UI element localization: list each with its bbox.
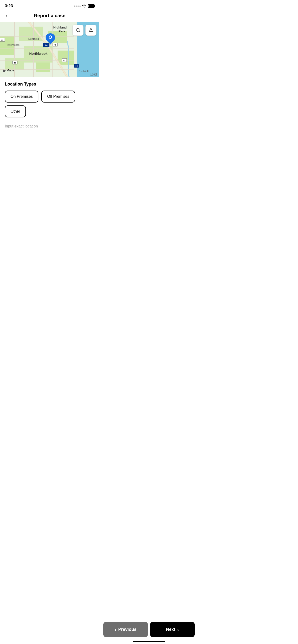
status-bar: 3:23	[0, 0, 99, 10]
svg-point-36	[49, 36, 51, 38]
location-input-placeholder: Input exact location	[5, 124, 95, 128]
map-legal-link[interactable]: Legal	[90, 72, 97, 76]
location-type-buttons: On Premises Off Premises Other	[5, 90, 95, 118]
svg-text:Northbrook: Northbrook	[29, 52, 48, 56]
map-container[interactable]: 94 68 43 94 21 41 Highland Park Deerfiel…	[0, 22, 99, 77]
location-types-title: Location Types	[5, 82, 95, 87]
page-header: ← Report a case	[0, 10, 99, 22]
svg-rect-6	[58, 50, 74, 65]
svg-text:94: 94	[76, 65, 78, 67]
map-search-button[interactable]	[72, 25, 83, 36]
signal-icon	[74, 6, 81, 7]
status-time: 3:23	[5, 4, 13, 8]
svg-text:Highland: Highland	[53, 26, 67, 29]
status-icons	[74, 4, 95, 8]
location-input-area: Input exact location	[5, 124, 95, 134]
battery-icon	[88, 4, 95, 8]
back-button[interactable]: ←	[5, 13, 10, 18]
apple-maps-text: Maps	[7, 68, 14, 72]
wifi-icon	[82, 4, 86, 8]
svg-text:41: 41	[54, 44, 56, 46]
location-arrow-icon	[88, 28, 94, 33]
input-divider	[5, 131, 95, 131]
page-title: Report a case	[34, 13, 65, 18]
on-premises-button[interactable]: On Premises	[5, 90, 38, 102]
off-premises-button[interactable]: Off Premises	[41, 90, 75, 102]
svg-text:Deerfield: Deerfield	[28, 38, 39, 40]
search-icon	[75, 28, 81, 33]
main-content: Location Types On Premises Off Premises …	[0, 77, 99, 134]
apple-maps-logo: Maps	[3, 68, 14, 72]
svg-text:21: 21	[2, 39, 3, 41]
svg-text:Park: Park	[59, 30, 66, 33]
svg-text:68: 68	[14, 62, 16, 64]
map-location-button[interactable]	[85, 25, 96, 36]
svg-text:43: 43	[63, 60, 65, 61]
svg-text:94: 94	[45, 44, 48, 46]
svg-text:Northfield: Northfield	[79, 70, 89, 72]
svg-text:Riverwoods: Riverwoods	[7, 44, 20, 46]
svg-rect-8	[36, 62, 50, 72]
map-controls	[72, 25, 96, 36]
apple-icon	[3, 69, 6, 72]
other-button[interactable]: Other	[5, 106, 26, 118]
